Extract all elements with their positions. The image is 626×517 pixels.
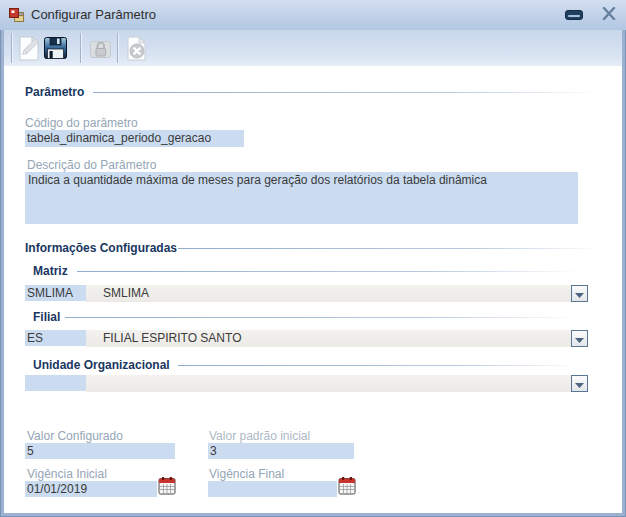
filial-header: Filial bbox=[33, 310, 60, 324]
configurar-parametro-window: Configurar Parâmetro bbox=[0, 0, 626, 517]
informacoes-group-header: Informações Configuradas bbox=[25, 241, 177, 255]
cancel-icon bbox=[124, 35, 149, 62]
toolbar-separator bbox=[11, 33, 12, 63]
filial-dropdown-button[interactable] bbox=[571, 330, 588, 347]
dropdown-arrow-icon bbox=[575, 285, 584, 303]
matriz-header: Matriz bbox=[33, 264, 68, 278]
unidade-combobox[interactable] bbox=[86, 375, 588, 392]
window-title: Configurar Parâmetro bbox=[31, 7, 156, 22]
close-button[interactable] bbox=[598, 6, 620, 24]
filial-code-input[interactable]: ES bbox=[25, 330, 87, 346]
cancel-button[interactable] bbox=[121, 33, 151, 63]
vigencia-final-input[interactable] bbox=[208, 481, 337, 497]
save-button[interactable] bbox=[40, 33, 70, 63]
valor-configurado-input[interactable]: 5 bbox=[25, 443, 175, 459]
valor-padrao-inicial-label: Valor padrão inicial bbox=[209, 429, 310, 443]
vigencia-inicial-label: Vigência Inicial bbox=[27, 467, 107, 481]
matriz-code-input[interactable]: SMLIMA bbox=[25, 285, 87, 301]
toolbar bbox=[4, 30, 622, 66]
descricao-parametro-label: Descrição do Parâmetro bbox=[27, 158, 156, 172]
unidade-organizacional-header-line bbox=[178, 365, 580, 366]
lock-button[interactable] bbox=[85, 33, 115, 63]
calendar-icon bbox=[158, 476, 176, 499]
pencil-document-icon bbox=[16, 34, 42, 62]
filial-header-line bbox=[65, 317, 580, 318]
title-bar: Configurar Parâmetro bbox=[0, 0, 626, 30]
vigencia-final-calendar-button[interactable] bbox=[338, 478, 356, 497]
toolbar-separator bbox=[80, 33, 81, 63]
matriz-header-line bbox=[77, 271, 580, 272]
toolbar-separator bbox=[117, 33, 118, 63]
dropdown-arrow-icon bbox=[575, 375, 584, 393]
vigencia-final-label: Vigência Final bbox=[209, 467, 284, 481]
lock-icon bbox=[88, 36, 113, 61]
calendar-icon bbox=[338, 476, 356, 499]
unidade-code-input[interactable] bbox=[25, 375, 87, 391]
matriz-dropdown-button[interactable] bbox=[571, 285, 588, 302]
save-floppy-icon bbox=[42, 34, 69, 62]
dropdown-arrow-icon bbox=[575, 330, 584, 348]
minimize-icon bbox=[565, 6, 583, 24]
close-icon bbox=[602, 6, 616, 24]
unidade-organizacional-header: Unidade Organizacional bbox=[33, 358, 170, 372]
unidade-dropdown-button[interactable] bbox=[571, 375, 588, 392]
winforms-form-icon bbox=[8, 7, 25, 24]
descricao-parametro-input[interactable]: Indica a quantidade máxima de meses para… bbox=[25, 172, 578, 224]
valor-configurado-label: Valor Configurado bbox=[27, 429, 123, 443]
vigencia-inicial-input[interactable]: 01/01/2019 bbox=[25, 481, 157, 497]
parametro-group-header: Parâmetro bbox=[25, 85, 84, 99]
codigo-parametro-input[interactable]: tabela_dinamica_periodo_geracao bbox=[25, 130, 244, 147]
valor-padrao-inicial-input[interactable]: 3 bbox=[208, 443, 354, 459]
filial-combobox[interactable]: FILIAL ESPIRITO SANTO bbox=[86, 330, 588, 347]
parametro-group-line bbox=[93, 92, 601, 93]
informacoes-group-line bbox=[178, 248, 601, 249]
codigo-parametro-label: Código do parâmetro bbox=[25, 116, 138, 130]
minimize-button[interactable] bbox=[563, 6, 585, 24]
matriz-combobox[interactable]: SMLIMA bbox=[86, 285, 588, 302]
vigencia-inicial-calendar-button[interactable] bbox=[158, 478, 176, 497]
